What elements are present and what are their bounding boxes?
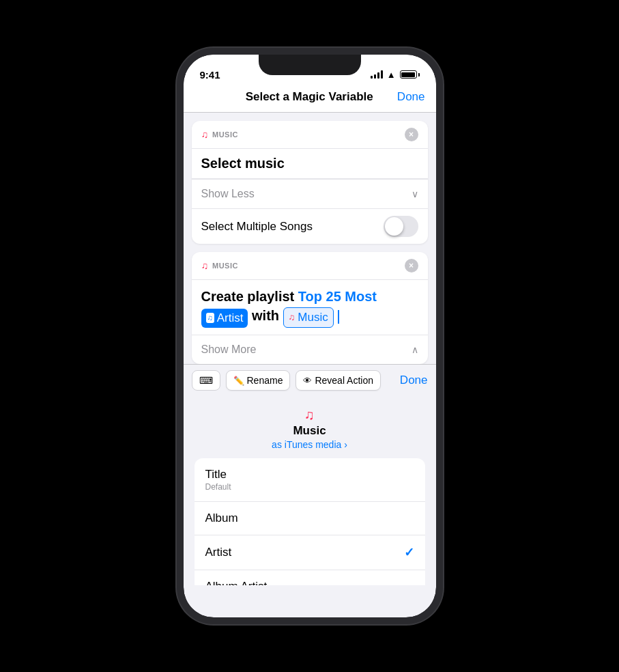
select-multiple-label: Select Multiple Songs (201, 220, 313, 234)
itunes-media-link[interactable]: as iTunes media › (272, 439, 347, 450)
list-item[interactable]: Album Artist (195, 570, 425, 585)
var-item-name: Title (205, 468, 231, 481)
list-item[interactable]: Album (195, 502, 425, 535)
variable-panel: ♫ Music as iTunes media › TitleDefaultAl… (184, 396, 436, 585)
artist-tag-label: Artist (217, 310, 244, 326)
show-more-button[interactable]: Show More ∧ (192, 335, 428, 364)
card1-label-row: ♫ MUSIC (201, 129, 238, 140)
with-text: with (252, 308, 283, 323)
page-title: Select a Magic Variable (246, 90, 373, 104)
artist-tag[interactable]: ♫ Artist (201, 309, 248, 328)
screen: 9:41 ▲ Select a Magic Variable Done (184, 55, 436, 617)
var-item-name: Artist (205, 546, 232, 559)
reveal-action-button[interactable]: 👁 Reveal Action (296, 370, 381, 391)
top25-text: Top 25 Most (298, 289, 377, 304)
reveal-label: Reveal Action (315, 375, 373, 386)
create-playlist-card: ♫ MUSIC × Create playlist Top 25 Most ♫ … (192, 252, 428, 364)
variable-list: TitleDefaultAlbumArtist✓Album ArtistGenr… (195, 458, 425, 585)
var-item-name: Album Artist (205, 580, 268, 585)
toggle-knob (385, 217, 403, 236)
card1-section-label: MUSIC (212, 130, 238, 139)
rename-label: Rename (247, 375, 283, 386)
card2-label-row: ♫ MUSIC (201, 260, 238, 271)
variable-music-icon: ♫ (304, 407, 315, 423)
card2-section-label: MUSIC (212, 262, 238, 270)
playlist-content: Create playlist Top 25 Most ♫ Artist wit… (192, 280, 428, 335)
show-more-label: Show More (201, 344, 257, 356)
rename-button[interactable]: ✏️ Rename (226, 370, 291, 391)
status-icons: ▲ (371, 70, 420, 80)
artist-tag-icon: ♫ (206, 313, 214, 323)
text-cursor (338, 310, 339, 324)
variable-title: Music (293, 424, 326, 438)
var-item-name: Album (205, 512, 238, 525)
keyboard-button[interactable]: ⌨ (192, 370, 220, 391)
show-less-label: Show Less (201, 188, 255, 200)
chevron-right-icon: › (344, 439, 347, 450)
notch (259, 55, 361, 75)
editing-toolbar: ⌨ ✏️ Rename 👁 Reveal Action Done (184, 364, 436, 396)
select-music-card: ♫ MUSIC × Select music Show Less ∨ Selec… (192, 121, 428, 244)
card1-title: Select music (192, 149, 428, 179)
music-tag-icon: ♫ (289, 311, 296, 324)
music-tag[interactable]: ♫ Music (283, 307, 334, 328)
create-playlist-text: Create playlist (201, 289, 295, 304)
nav-header: Select a Magic Variable Done (184, 85, 436, 113)
itunes-media-text: as iTunes media (272, 439, 341, 450)
list-item[interactable]: TitleDefault (195, 458, 425, 502)
wifi-icon: ▲ (387, 70, 396, 80)
chevron-down-icon: ∨ (412, 188, 418, 199)
music-tag-label: Music (298, 309, 328, 326)
card2-close-button[interactable]: × (405, 259, 418, 272)
status-time: 9:41 (200, 69, 220, 81)
header-done-button[interactable]: Done (397, 90, 425, 104)
phone-frame: 9:41 ▲ Select a Magic Variable Done (177, 48, 443, 624)
select-multiple-row: Select Multiple Songs (192, 208, 428, 244)
list-item[interactable]: Artist✓ (195, 535, 425, 570)
select-multiple-toggle[interactable] (384, 216, 418, 237)
show-less-button[interactable]: Show Less ∨ (192, 179, 428, 208)
content-area: ♫ MUSIC × Select music Show Less ∨ Selec… (184, 113, 436, 585)
card2-header: ♫ MUSIC × (192, 252, 428, 280)
music-note-icon: ♫ (201, 129, 209, 140)
pencil-icon: ✏️ (233, 376, 244, 386)
battery-icon (400, 70, 420, 79)
chevron-up-icon: ∧ (412, 344, 418, 355)
card1-close-button[interactable]: × (405, 128, 418, 141)
music-note-icon-2: ♫ (201, 260, 209, 271)
signal-icon (371, 70, 383, 79)
checkmark-icon: ✓ (404, 545, 414, 560)
keyboard-icon: ⌨ (199, 375, 213, 386)
card1-header: ♫ MUSIC × (192, 121, 428, 149)
eye-icon: 👁 (303, 376, 312, 386)
variable-header: ♫ Music as iTunes media › (195, 407, 425, 450)
var-item-sub: Default (205, 482, 231, 492)
toolbar-done-button[interactable]: Done (400, 374, 428, 387)
